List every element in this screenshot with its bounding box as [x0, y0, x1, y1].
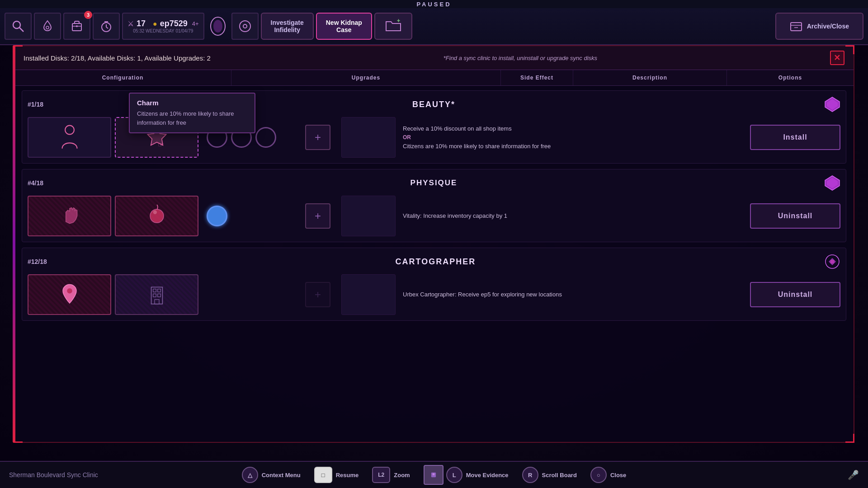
disk-12-number: #12/18	[28, 258, 47, 265]
timer-button[interactable]	[93, 13, 120, 40]
crystal-btn-1[interactable]	[207, 13, 229, 40]
archive-label: Archive/Close	[807, 23, 849, 30]
paused-label: PAUSED	[416, 1, 451, 8]
disk-4-slot-1[interactable]	[28, 196, 111, 236]
scroll-board-key: R	[522, 467, 538, 483]
disks-content: #1/18 BEAUTY*	[14, 86, 854, 442]
disk-1-gem[interactable]	[824, 96, 840, 113]
disk-4-plus[interactable]: +	[305, 203, 330, 229]
disk-12-side-effect	[341, 274, 396, 315]
currency-value: ер7529	[160, 19, 188, 28]
svg-line-8	[106, 27, 108, 28]
disk-1-install-button[interactable]: Install	[750, 125, 840, 150]
resume-action[interactable]: □ Resume	[314, 467, 359, 483]
zoom-key: L2	[372, 467, 390, 483]
resume-key: □	[314, 467, 332, 483]
move-evidence-action[interactable]: L Move Evidence	[424, 465, 509, 485]
close-action[interactable]: ○ Close	[590, 467, 626, 483]
upgrade-circle-4-1[interactable]	[207, 206, 227, 226]
disk-12-description: Urbex Cartographer: Receive ер5 for expl…	[399, 288, 746, 301]
disk-1-slot-1[interactable]	[28, 117, 111, 158]
svg-point-5	[76, 25, 78, 27]
disk-4-slot-2[interactable]	[115, 196, 198, 236]
extra-stat: 4+	[192, 20, 199, 27]
disk-4-gem[interactable]	[824, 175, 840, 191]
svg-rect-30	[157, 289, 160, 292]
left-accent	[13, 45, 15, 443]
disk-1-number: #1/18	[28, 101, 43, 108]
search-button[interactable]	[5, 13, 32, 40]
svg-line-1	[19, 28, 24, 32]
svg-point-20	[65, 126, 74, 135]
disk-4-upgrades	[202, 206, 302, 226]
disk-1-plus[interactable]: +	[305, 125, 330, 150]
resume-label: Resume	[336, 472, 359, 479]
col-side-effect: Side Effect	[501, 70, 573, 85]
svg-rect-31	[153, 294, 156, 297]
disk-4-description: Vitality: Increase inventory capacity by…	[399, 210, 746, 222]
disk-4-side-effect	[341, 196, 396, 236]
datetime: 05:32 WEDNESDAY 01/04/79	[133, 28, 193, 33]
disk-12-slot-1[interactable]	[28, 274, 111, 315]
bottom-bar: Sherman Boulevard Sync Clinic △ Context …	[0, 461, 868, 488]
zoom-label: Zoom	[394, 472, 410, 479]
disk-12-slot-2[interactable]	[115, 274, 198, 315]
svg-rect-33	[155, 300, 159, 304]
disk-row-cartographer: #12/18 CARTOGRAPHER	[22, 248, 846, 321]
missions-value: 17	[137, 19, 146, 28]
col-upgrades: Upgrades	[231, 70, 501, 85]
svg-rect-32	[157, 294, 160, 297]
scroll-board-action[interactable]: R Scroll Board	[522, 467, 577, 483]
scroll-board-label: Scroll Board	[542, 472, 577, 479]
svg-rect-15	[791, 23, 802, 31]
stats-block: ⚔ 17 ● ер7529 4+ 05:32 WEDNESDAY 01/04/7…	[122, 13, 204, 40]
column-headers: Configuration Upgrades Side Effect Descr…	[14, 70, 854, 86]
svg-point-13	[243, 24, 247, 28]
move-evidence-key-l: L	[446, 467, 462, 483]
tooltip-text: Citizens are 10% more likely to share in…	[137, 109, 247, 127]
svg-point-2	[46, 26, 49, 29]
close-x-button[interactable]: ✕	[830, 51, 844, 65]
svg-point-25	[153, 211, 156, 214]
context-menu-label: Context Menu	[262, 472, 301, 479]
disc-button[interactable]	[231, 13, 259, 40]
disk-12-plus[interactable]: +	[305, 282, 330, 307]
disk-row-physique: #4/18 PHYSIQUE	[22, 169, 846, 242]
disk-1-side-effect	[341, 117, 396, 158]
disk-4-uninstall-button[interactable]: Uninstall	[750, 203, 840, 229]
disk-1-description: Receive a 10% discount on all shop items…	[399, 122, 746, 153]
context-menu-action[interactable]: △ Context Menu	[242, 467, 301, 483]
cases-badge: 3	[84, 11, 92, 19]
move-evidence-key-inner	[424, 465, 443, 485]
new-case-button[interactable]: New Kidnap Case	[316, 13, 372, 40]
mic-icon: 🎤	[848, 469, 859, 480]
col-options: Options	[727, 70, 854, 85]
disk-4-name: PHYSIQUE	[410, 178, 458, 188]
corner-br	[845, 434, 854, 443]
investigate-button[interactable]: Investigate Infidelity	[261, 13, 314, 40]
col-configuration: Configuration	[14, 70, 231, 85]
info-bar-hint: *Find a sync clinic to install, uninstal…	[443, 55, 597, 61]
info-bar: Installed Disks: 2/18, Available Disks: …	[14, 46, 854, 70]
col-description: Description	[573, 70, 727, 85]
cases-button[interactable]: 3	[63, 13, 90, 40]
svg-rect-29	[153, 289, 156, 292]
upgrade-circle-1-3[interactable]	[255, 127, 276, 148]
svg-point-24	[150, 209, 164, 223]
disk-1-name: BEAUTY*	[412, 100, 455, 109]
svg-rect-35	[432, 473, 434, 475]
disk-12-uninstall-button[interactable]: Uninstall	[750, 282, 840, 307]
map-button[interactable]	[34, 13, 61, 40]
disk-4-number: #4/18	[28, 179, 43, 187]
disk-12-gem[interactable]	[824, 253, 840, 270]
location-text: Sherman Boulevard Sync Clinic	[9, 471, 98, 479]
svg-text:☞: ☞	[157, 141, 163, 148]
zoom-action[interactable]: L2 Zoom	[372, 467, 410, 483]
folder-button[interactable]: +	[374, 13, 412, 40]
top-nav: 3 ⚔ 17 ● ер7529 4+ 05:32 WEDNESDAY 01/04…	[0, 8, 868, 45]
archive-button[interactable]: Archive/Close	[775, 13, 863, 40]
move-evidence-label: Move Evidence	[466, 472, 509, 479]
svg-point-0	[13, 21, 20, 28]
tooltip-title: Charm	[137, 99, 247, 107]
info-bar-main: Installed Disks: 2/18, Available Disks: …	[24, 54, 211, 62]
